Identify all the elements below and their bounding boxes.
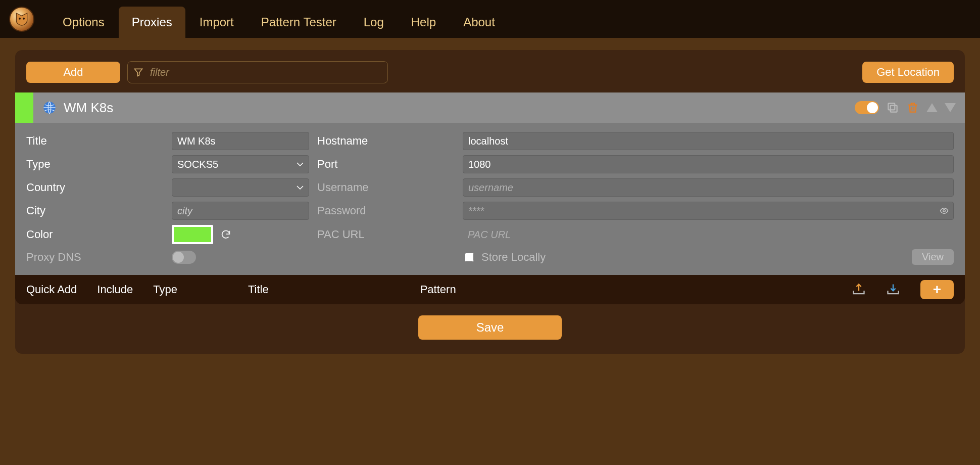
move-up-icon[interactable] [926,103,938,112]
import-patterns-icon[interactable] [886,283,900,297]
filter-input[interactable] [127,61,388,83]
label-username: Username [317,181,463,194]
label-country: Country [26,181,172,194]
type-select[interactable]: SOCKS5 [172,155,309,173]
qb-type: Type [153,283,177,296]
label-title: Title [26,134,172,148]
tab-import[interactable]: Import [186,7,247,38]
store-locally-checkbox[interactable] [465,253,474,262]
add-button[interactable]: Add [26,62,120,83]
pacurl-field [463,225,954,244]
proxy-dns-toggle[interactable] [172,251,196,264]
title-bar: Options Proxies Import Pattern Tester Lo… [0,0,980,38]
tab-about[interactable]: About [450,7,508,38]
tab-help[interactable]: Help [398,7,449,38]
svg-rect-3 [891,106,897,112]
label-proxydns: Proxy DNS [26,251,172,264]
proxy-item-title: WM K8s [64,100,113,116]
qb-quick-add: Quick Add [26,283,77,296]
globe-icon [42,101,57,115]
qb-pattern: Pattern [420,283,456,296]
proxy-color-strip [15,92,33,123]
export-patterns-icon[interactable] [852,283,866,297]
svg-rect-4 [888,103,895,110]
city-field[interactable] [172,202,309,220]
tab-proxies[interactable]: Proxies [119,7,185,38]
label-city: City [26,204,172,217]
toolbar: Add Get Location [15,61,965,92]
proxy-item: WM K8s Title [15,92,965,304]
filter-wrap [127,61,388,83]
label-hostname: Hostname [317,134,463,148]
label-type: Type [26,158,172,171]
save-row: Save [15,304,965,354]
quick-add-bar: Quick Add Include Type Title Pattern + [15,275,965,304]
tab-options[interactable]: Options [50,7,118,38]
label-store-locally: Store Locally [481,251,546,264]
label-color: Color [26,228,172,241]
proxy-enable-toggle[interactable] [855,101,879,114]
label-password: Password [317,204,463,217]
add-pattern-button[interactable]: + [920,280,954,299]
qb-title: Title [248,283,269,296]
funnel-icon [133,67,143,77]
app-logo-icon [9,7,34,32]
get-location-button[interactable]: Get Location [862,62,954,83]
tab-pattern-tester[interactable]: Pattern Tester [248,7,350,38]
country-select[interactable] [172,178,309,197]
svg-point-1 [23,17,25,19]
tab-log[interactable]: Log [351,7,397,38]
password-field[interactable] [463,202,954,220]
refresh-color-icon[interactable] [220,229,231,240]
proxies-card: Add Get Location WM K8s [15,50,965,354]
move-down-icon[interactable] [945,103,956,112]
svg-point-5 [943,210,946,212]
page-body: Add Get Location WM K8s [0,38,980,465]
svg-point-0 [19,17,21,19]
hostname-field[interactable] [463,132,954,150]
color-swatch[interactable] [172,225,213,244]
save-button[interactable]: Save [418,315,562,340]
proxy-item-body: Title Hostname Type SOCKS5 Port Country [15,123,965,275]
duplicate-icon[interactable] [886,101,899,114]
label-pacurl: PAC URL [317,228,463,241]
view-button: View [912,249,954,265]
proxy-item-actions [855,101,965,114]
nav-tabs: Options Proxies Import Pattern Tester Lo… [50,0,508,38]
username-field[interactable] [463,178,954,197]
trash-icon[interactable] [906,101,919,114]
title-field[interactable] [172,132,309,150]
eye-icon[interactable] [940,206,949,215]
port-field[interactable] [463,155,954,173]
proxy-item-header[interactable]: WM K8s [15,92,965,123]
qb-include: Include [97,283,133,296]
label-port: Port [317,158,463,171]
